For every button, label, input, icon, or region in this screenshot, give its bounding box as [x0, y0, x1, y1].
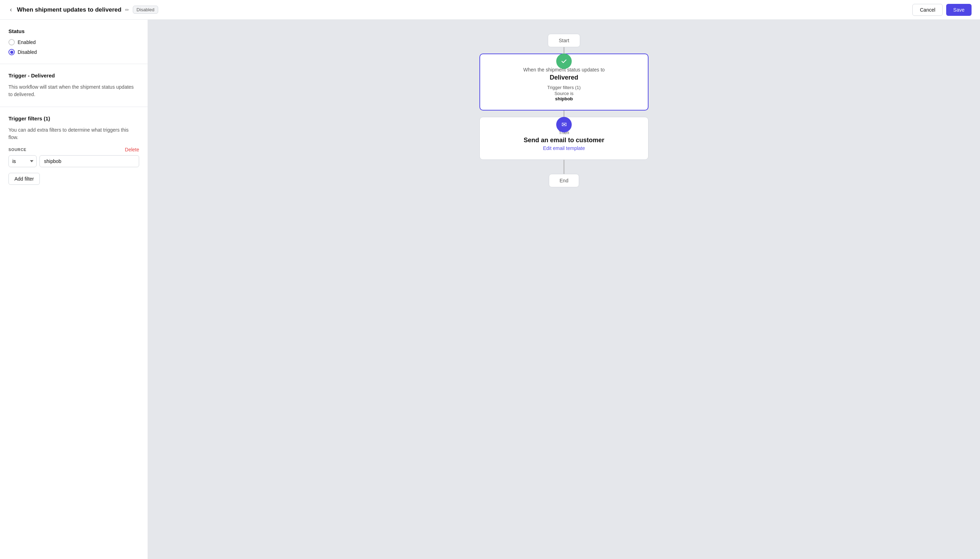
action-card-wrapper: ✉ Then Send an email to customer Edit em… — [479, 125, 648, 160]
filters-section: Trigger filters (1) You can add extra fi… — [0, 107, 148, 193]
status-title: Status — [8, 28, 139, 34]
back-button[interactable]: ‹ — [8, 5, 13, 15]
filter-row-header: SOURCE Delete — [8, 147, 139, 152]
main-layout: Status Enabled Disabled Trigger - Delive… — [0, 20, 980, 559]
trigger-section: Trigger - Delivered This workflow will s… — [0, 64, 148, 107]
end-node: End — [549, 174, 579, 187]
status-section: Status Enabled Disabled — [0, 20, 148, 64]
trigger-status: Delivered — [489, 74, 639, 81]
trigger-source-label: Source is — [489, 91, 639, 96]
enabled-radio-circle — [8, 39, 15, 45]
action-email-circle: ✉ — [556, 117, 572, 132]
filters-description: You can add extra filters to determine w… — [8, 126, 139, 141]
disabled-label: Disabled — [18, 49, 36, 55]
add-filter-button[interactable]: Add filter — [8, 173, 40, 185]
filters-title: Trigger filters (1) — [8, 116, 139, 121]
enabled-label: Enabled — [18, 40, 36, 45]
cancel-button[interactable]: Cancel — [912, 4, 943, 16]
start-node: Start — [548, 34, 580, 47]
trigger-title: Trigger - Delivered — [8, 73, 139, 78]
trigger-source-value: shipbob — [489, 96, 639, 101]
trigger-description: This workflow will start when the shipme… — [8, 83, 139, 98]
page-title: When shipment updates to delivered — [17, 7, 121, 13]
filter-value-input[interactable] — [40, 155, 139, 167]
disabled-radio[interactable]: Disabled — [8, 49, 139, 55]
save-button[interactable]: Save — [946, 4, 972, 16]
check-icon — [560, 58, 567, 65]
status-radio-group: Enabled Disabled — [8, 39, 139, 55]
filter-operator-select[interactable]: is — [8, 155, 36, 167]
header: ‹ When shipment updates to delivered ✏ D… — [0, 0, 980, 20]
filter-source-label: SOURCE — [8, 147, 27, 152]
disabled-radio-circle — [8, 49, 15, 55]
trigger-filters-label: Trigger filters (1) — [489, 85, 639, 90]
delete-filter-button[interactable]: Delete — [125, 147, 139, 152]
header-left: ‹ When shipment updates to delivered ✏ D… — [8, 5, 158, 15]
trigger-check-circle — [556, 53, 572, 69]
status-badge: Disabled — [133, 6, 159, 14]
header-right: Cancel Save — [912, 4, 972, 16]
enabled-radio[interactable]: Enabled — [8, 39, 139, 45]
trigger-card-wrapper: When the shipment status updates to Deli… — [479, 61, 648, 111]
email-icon: ✉ — [562, 121, 567, 129]
edit-email-template-link[interactable]: Edit email template — [543, 146, 585, 151]
flow-container: Start When the shipment status updates t… — [458, 34, 670, 545]
sidebar: Status Enabled Disabled Trigger - Delive… — [0, 20, 148, 559]
filter-inputs: is — [8, 155, 139, 167]
workflow-canvas[interactable]: Start When the shipment status updates t… — [148, 20, 980, 559]
action-title: Send an email to customer — [488, 137, 640, 144]
connector-action-end — [564, 160, 564, 174]
edit-icon[interactable]: ✏ — [125, 7, 129, 13]
